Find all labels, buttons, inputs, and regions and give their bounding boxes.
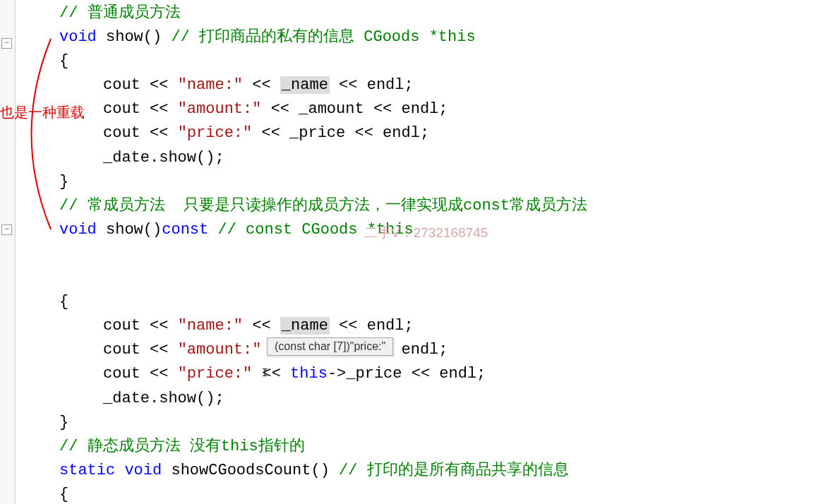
endl: endl;: [383, 124, 429, 142]
comment: // 打印的是所有商品共享的信息: [339, 462, 569, 479]
cout: cout: [103, 365, 140, 383]
op: <<: [345, 124, 383, 142]
op: <<: [140, 341, 178, 359]
space: [252, 365, 261, 383]
keyword-static: static: [59, 462, 115, 479]
op: <<: [330, 76, 367, 94]
this-price: ->_price: [328, 365, 402, 383]
op: <<: [243, 76, 280, 94]
op: <<: [261, 100, 299, 118]
code-line: static void showCGoodsCount() // 打印的是所有商…: [20, 459, 816, 483]
code-line: cout << "amount:" << _amount << endl;: [20, 97, 816, 121]
cout: cout: [103, 100, 140, 118]
code-line: {: [20, 49, 816, 73]
space: [208, 221, 217, 239]
op: <<: [364, 100, 402, 118]
endl: endl;: [439, 365, 486, 383]
comment: // 静态成员方法 没有: [59, 438, 221, 455]
brace: {: [59, 52, 68, 70]
string-literal: "price:": [178, 124, 253, 142]
code-line: {: [20, 483, 816, 504]
comment: // 普通成员方法: [59, 4, 181, 22]
op: <<: [243, 317, 280, 335]
op: <<: [402, 365, 440, 383]
brace: }: [59, 414, 68, 431]
endl: endl;: [367, 76, 414, 94]
cout: cout: [103, 76, 140, 94]
var-name-highlighted: _name: [280, 76, 330, 94]
code-line: _date.show();: [20, 146, 816, 170]
code-line: cout << "price:" << _price << endl;: [20, 121, 816, 145]
intellisense-tooltip: (const char [7])"price:": [267, 337, 393, 356]
endl: endl;: [402, 100, 448, 118]
code-line: // 普通成员方法: [20, 1, 816, 25]
op: <<: [140, 317, 178, 335]
code-line: cout << "price:" I<< this->_price << end…: [20, 362, 816, 386]
code-line: {: [20, 290, 816, 314]
keyword-void: void: [59, 221, 97, 239]
var-price: _price: [289, 124, 345, 142]
brace: }: [59, 173, 68, 191]
code-line: // 常成员方法 只要是只读操作的成员方法，一律实现成const常成员方法: [20, 194, 816, 218]
space: [115, 462, 124, 479]
date-show-call: _date.show();: [103, 390, 224, 407]
cout: cout: [103, 317, 140, 335]
code-line: void show()const // const CGoods *this 二…: [20, 218, 816, 290]
code-line: cout << "name:" << _name << endl;: [20, 314, 816, 338]
code-line: void show() // 打印商品的私有的信息 CGoods *this: [20, 25, 816, 49]
code-editor[interactable]: // 普通成员方法 void show() // 打印商品的私有的信息 CGoo…: [0, 0, 816, 504]
op: <<: [140, 365, 178, 383]
code-line: }: [20, 411, 816, 435]
keyword-void: void: [124, 462, 162, 479]
cout: cout: [103, 124, 140, 142]
comment: 指针的: [258, 438, 305, 455]
brace: {: [59, 486, 68, 503]
comment: // const CGoods *this: [217, 221, 413, 239]
op: <<: [252, 124, 289, 142]
var-amount: _amount: [299, 100, 364, 118]
string-literal: "amount:": [178, 100, 262, 118]
string-literal: "amount:": [178, 341, 262, 359]
keyword-void: void: [59, 28, 97, 46]
cout: cout: [103, 341, 140, 359]
code-line: }: [20, 170, 816, 194]
date-show-call: _date.show();: [103, 149, 224, 167]
var-name-highlighted: _name: [280, 317, 330, 335]
code-line: cout << "name:" << _name << endl;: [20, 73, 816, 97]
code-line: // 静态成员方法 没有this指针的: [20, 435, 816, 459]
method-sig: showCGoodsCount(): [162, 462, 339, 479]
code-line: cout << "amount:" << _amount << endl;: [20, 338, 816, 362]
code-line: _date.show();: [20, 387, 816, 411]
comment: // 常成员方法 只要是只读操作的成员方法，一律实现成const常成员方法: [59, 197, 587, 215]
keyword-this: this: [290, 365, 328, 383]
comment-this: this: [221, 438, 258, 455]
brace: {: [59, 293, 68, 311]
method-sig: show(): [97, 28, 172, 46]
op: <<: [330, 317, 367, 335]
endl: endl;: [402, 341, 448, 359]
keyword-const: const: [162, 221, 208, 239]
string-literal: "name:": [178, 317, 243, 335]
op: <<: [140, 76, 178, 94]
string-literal: "name:": [178, 76, 243, 94]
endl: endl;: [367, 317, 414, 335]
string-literal: "price:": [178, 365, 253, 383]
op: <<: [140, 100, 178, 118]
comment: // 打印商品的私有的信息 CGoods *this: [171, 28, 475, 46]
method-sig: show(): [97, 221, 162, 239]
op: <<: [140, 124, 178, 142]
